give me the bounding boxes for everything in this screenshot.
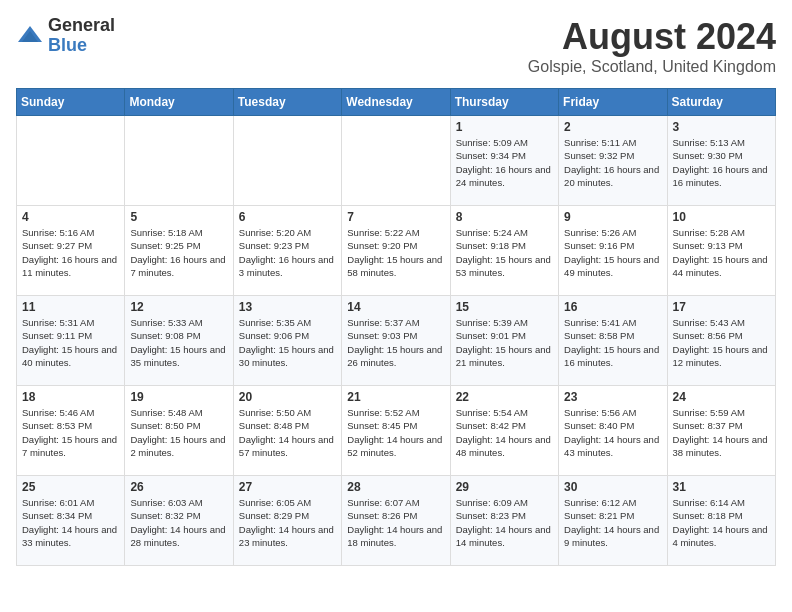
- calendar-cell: 5Sunrise: 5:18 AM Sunset: 9:25 PM Daylig…: [125, 206, 233, 296]
- day-info: Sunrise: 5:20 AM Sunset: 9:23 PM Dayligh…: [239, 226, 336, 279]
- day-info: Sunrise: 5:24 AM Sunset: 9:18 PM Dayligh…: [456, 226, 553, 279]
- logo-text: General Blue: [48, 16, 115, 56]
- calendar-body: 1Sunrise: 5:09 AM Sunset: 9:34 PM Daylig…: [17, 116, 776, 566]
- calendar-title: August 2024: [528, 16, 776, 58]
- day-info: Sunrise: 5:56 AM Sunset: 8:40 PM Dayligh…: [564, 406, 661, 459]
- day-number: 17: [673, 300, 770, 314]
- calendar-cell: 10Sunrise: 5:28 AM Sunset: 9:13 PM Dayli…: [667, 206, 775, 296]
- header-saturday: Saturday: [667, 89, 775, 116]
- day-number: 20: [239, 390, 336, 404]
- day-number: 5: [130, 210, 227, 224]
- calendar-cell: 26Sunrise: 6:03 AM Sunset: 8:32 PM Dayli…: [125, 476, 233, 566]
- calendar-cell: [233, 116, 341, 206]
- calendar-cell: 17Sunrise: 5:43 AM Sunset: 8:56 PM Dayli…: [667, 296, 775, 386]
- day-info: Sunrise: 6:01 AM Sunset: 8:34 PM Dayligh…: [22, 496, 119, 549]
- day-number: 7: [347, 210, 444, 224]
- day-info: Sunrise: 5:50 AM Sunset: 8:48 PM Dayligh…: [239, 406, 336, 459]
- day-number: 11: [22, 300, 119, 314]
- calendar-cell: 19Sunrise: 5:48 AM Sunset: 8:50 PM Dayli…: [125, 386, 233, 476]
- day-number: 4: [22, 210, 119, 224]
- day-number: 28: [347, 480, 444, 494]
- week-row-3: 11Sunrise: 5:31 AM Sunset: 9:11 PM Dayli…: [17, 296, 776, 386]
- day-info: Sunrise: 6:05 AM Sunset: 8:29 PM Dayligh…: [239, 496, 336, 549]
- day-info: Sunrise: 5:18 AM Sunset: 9:25 PM Dayligh…: [130, 226, 227, 279]
- header-friday: Friday: [559, 89, 667, 116]
- calendar-cell: [125, 116, 233, 206]
- day-number: 6: [239, 210, 336, 224]
- calendar-cell: 16Sunrise: 5:41 AM Sunset: 8:58 PM Dayli…: [559, 296, 667, 386]
- calendar-cell: 15Sunrise: 5:39 AM Sunset: 9:01 PM Dayli…: [450, 296, 558, 386]
- day-number: 29: [456, 480, 553, 494]
- day-info: Sunrise: 5:26 AM Sunset: 9:16 PM Dayligh…: [564, 226, 661, 279]
- day-number: 9: [564, 210, 661, 224]
- calendar-cell: 18Sunrise: 5:46 AM Sunset: 8:53 PM Dayli…: [17, 386, 125, 476]
- day-info: Sunrise: 5:11 AM Sunset: 9:32 PM Dayligh…: [564, 136, 661, 189]
- calendar-cell: [342, 116, 450, 206]
- day-number: 19: [130, 390, 227, 404]
- day-info: Sunrise: 5:43 AM Sunset: 8:56 PM Dayligh…: [673, 316, 770, 369]
- calendar-cell: [17, 116, 125, 206]
- day-info: Sunrise: 5:09 AM Sunset: 9:34 PM Dayligh…: [456, 136, 553, 189]
- day-info: Sunrise: 5:54 AM Sunset: 8:42 PM Dayligh…: [456, 406, 553, 459]
- day-info: Sunrise: 5:41 AM Sunset: 8:58 PM Dayligh…: [564, 316, 661, 369]
- calendar-cell: 21Sunrise: 5:52 AM Sunset: 8:45 PM Dayli…: [342, 386, 450, 476]
- day-number: 24: [673, 390, 770, 404]
- calendar-cell: 28Sunrise: 6:07 AM Sunset: 8:26 PM Dayli…: [342, 476, 450, 566]
- day-info: Sunrise: 6:07 AM Sunset: 8:26 PM Dayligh…: [347, 496, 444, 549]
- day-info: Sunrise: 5:37 AM Sunset: 9:03 PM Dayligh…: [347, 316, 444, 369]
- day-number: 3: [673, 120, 770, 134]
- week-row-5: 25Sunrise: 6:01 AM Sunset: 8:34 PM Dayli…: [17, 476, 776, 566]
- calendar-cell: 2Sunrise: 5:11 AM Sunset: 9:32 PM Daylig…: [559, 116, 667, 206]
- week-row-1: 1Sunrise: 5:09 AM Sunset: 9:34 PM Daylig…: [17, 116, 776, 206]
- calendar-cell: 6Sunrise: 5:20 AM Sunset: 9:23 PM Daylig…: [233, 206, 341, 296]
- calendar-cell: 20Sunrise: 5:50 AM Sunset: 8:48 PM Dayli…: [233, 386, 341, 476]
- day-info: Sunrise: 5:13 AM Sunset: 9:30 PM Dayligh…: [673, 136, 770, 189]
- day-info: Sunrise: 5:59 AM Sunset: 8:37 PM Dayligh…: [673, 406, 770, 459]
- day-info: Sunrise: 5:52 AM Sunset: 8:45 PM Dayligh…: [347, 406, 444, 459]
- day-info: Sunrise: 5:46 AM Sunset: 8:53 PM Dayligh…: [22, 406, 119, 459]
- day-info: Sunrise: 5:31 AM Sunset: 9:11 PM Dayligh…: [22, 316, 119, 369]
- day-number: 2: [564, 120, 661, 134]
- calendar-cell: 11Sunrise: 5:31 AM Sunset: 9:11 PM Dayli…: [17, 296, 125, 386]
- header-wednesday: Wednesday: [342, 89, 450, 116]
- day-number: 31: [673, 480, 770, 494]
- calendar-cell: 23Sunrise: 5:56 AM Sunset: 8:40 PM Dayli…: [559, 386, 667, 476]
- day-number: 18: [22, 390, 119, 404]
- day-number: 15: [456, 300, 553, 314]
- week-row-2: 4Sunrise: 5:16 AM Sunset: 9:27 PM Daylig…: [17, 206, 776, 296]
- logo-blue-text: Blue: [48, 36, 115, 56]
- calendar-cell: 8Sunrise: 5:24 AM Sunset: 9:18 PM Daylig…: [450, 206, 558, 296]
- calendar-cell: 1Sunrise: 5:09 AM Sunset: 9:34 PM Daylig…: [450, 116, 558, 206]
- day-number: 10: [673, 210, 770, 224]
- calendar-cell: 27Sunrise: 6:05 AM Sunset: 8:29 PM Dayli…: [233, 476, 341, 566]
- calendar-cell: 3Sunrise: 5:13 AM Sunset: 9:30 PM Daylig…: [667, 116, 775, 206]
- calendar-cell: 22Sunrise: 5:54 AM Sunset: 8:42 PM Dayli…: [450, 386, 558, 476]
- calendar-header: Sunday Monday Tuesday Wednesday Thursday…: [17, 89, 776, 116]
- calendar-cell: 31Sunrise: 6:14 AM Sunset: 8:18 PM Dayli…: [667, 476, 775, 566]
- day-number: 8: [456, 210, 553, 224]
- calendar-cell: 12Sunrise: 5:33 AM Sunset: 9:08 PM Dayli…: [125, 296, 233, 386]
- day-number: 25: [22, 480, 119, 494]
- day-info: Sunrise: 5:33 AM Sunset: 9:08 PM Dayligh…: [130, 316, 227, 369]
- day-number: 14: [347, 300, 444, 314]
- header-monday: Monday: [125, 89, 233, 116]
- day-info: Sunrise: 6:03 AM Sunset: 8:32 PM Dayligh…: [130, 496, 227, 549]
- header-sunday: Sunday: [17, 89, 125, 116]
- calendar-cell: 14Sunrise: 5:37 AM Sunset: 9:03 PM Dayli…: [342, 296, 450, 386]
- header-tuesday: Tuesday: [233, 89, 341, 116]
- day-info: Sunrise: 6:12 AM Sunset: 8:21 PM Dayligh…: [564, 496, 661, 549]
- week-row-4: 18Sunrise: 5:46 AM Sunset: 8:53 PM Dayli…: [17, 386, 776, 476]
- calendar-cell: 25Sunrise: 6:01 AM Sunset: 8:34 PM Dayli…: [17, 476, 125, 566]
- day-number: 26: [130, 480, 227, 494]
- day-number: 27: [239, 480, 336, 494]
- calendar-cell: 13Sunrise: 5:35 AM Sunset: 9:06 PM Dayli…: [233, 296, 341, 386]
- day-info: Sunrise: 5:35 AM Sunset: 9:06 PM Dayligh…: [239, 316, 336, 369]
- day-number: 22: [456, 390, 553, 404]
- calendar-cell: 29Sunrise: 6:09 AM Sunset: 8:23 PM Dayli…: [450, 476, 558, 566]
- day-number: 30: [564, 480, 661, 494]
- header-row: Sunday Monday Tuesday Wednesday Thursday…: [17, 89, 776, 116]
- day-number: 21: [347, 390, 444, 404]
- calendar-cell: 7Sunrise: 5:22 AM Sunset: 9:20 PM Daylig…: [342, 206, 450, 296]
- day-number: 16: [564, 300, 661, 314]
- logo-icon: [16, 22, 44, 50]
